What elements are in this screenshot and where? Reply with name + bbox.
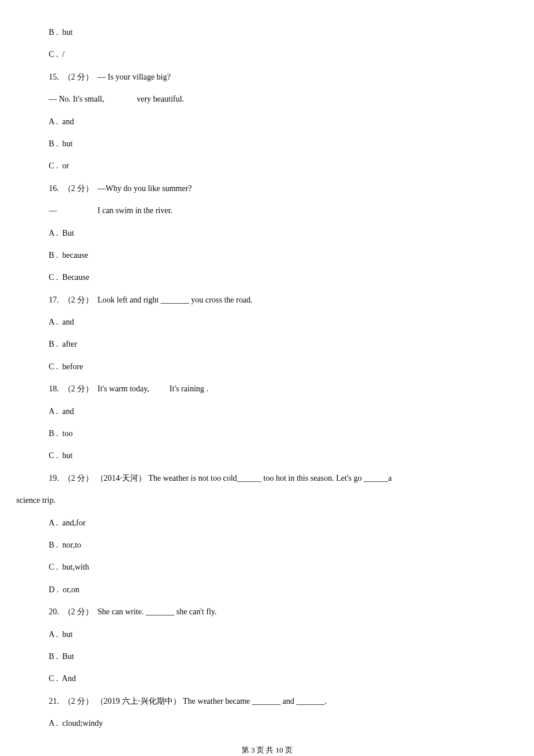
text-line: A . cloud;windy [16, 717, 518, 730]
text-line: 21. （2 分） （2019 六上·兴化期中） The weather bec… [16, 695, 518, 708]
text-line: A . and [16, 116, 518, 128]
text-line: 15. （2 分） — Is your village big? [16, 71, 518, 84]
text-line: A . and,for [16, 517, 518, 530]
text-line: — No. It's small, very beautiful. [16, 93, 518, 106]
text-line: C . Because [16, 271, 518, 284]
text-line: A . and [16, 405, 518, 418]
text-line: 16. （2 分） —Why do you like summer? [16, 182, 518, 195]
text-line: 19. （2 分） （2014·天河） The weather is not t… [16, 472, 518, 485]
text-line: C . / [16, 48, 518, 61]
text-line: B . But [16, 650, 518, 663]
text-line: C . And [16, 672, 518, 685]
text-line: A . but [16, 628, 518, 641]
text-line: A . and [16, 316, 518, 329]
text-line: B . but [16, 138, 518, 150]
text-line: 20. （2 分） She can write. _______ she can… [16, 606, 518, 618]
text-line: D . or,on [16, 584, 518, 596]
page-footer: 第 3 页 共 10 页 [16, 744, 518, 757]
text-line: B . too [16, 427, 518, 440]
text-line: 17. （2 分） Look left and right _______ yo… [16, 294, 518, 307]
text-line: 18. （2 分） It's warm today, It's raining … [16, 383, 518, 395]
text-line: A . But [16, 227, 518, 240]
text-line: B . because [16, 249, 518, 262]
text-line: B . but [16, 26, 518, 39]
text-line: B . after [16, 338, 518, 351]
text-line: C . or [16, 160, 518, 172]
text-line: B . nor,to [16, 539, 518, 552]
text-line: C . before [16, 361, 518, 373]
text-line: — I can swim in the river. [16, 204, 518, 217]
text-line: C . but,with [16, 561, 518, 574]
text-line: science trip. [16, 494, 518, 507]
document-page: B . butC . /15. （2 分） — Is your village … [0, 0, 534, 756]
document-body: B . butC . /15. （2 分） — Is your village … [16, 26, 518, 730]
text-line: C . but [16, 449, 518, 462]
